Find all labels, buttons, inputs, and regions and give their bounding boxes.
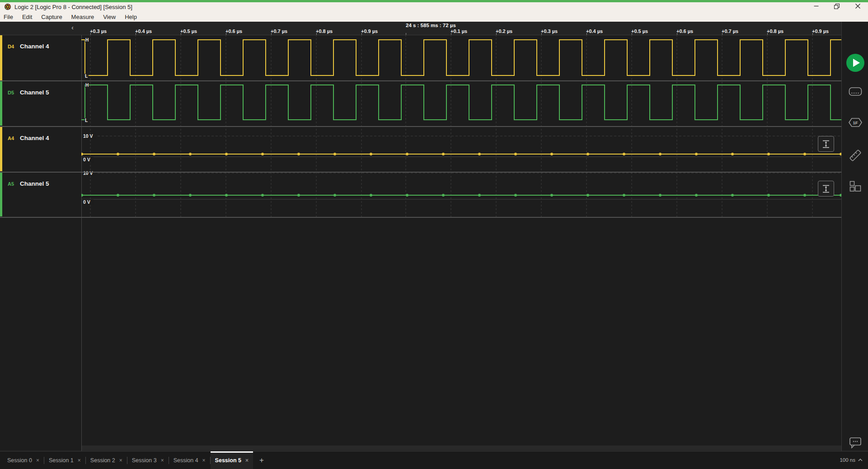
- sample-point: [695, 153, 698, 155]
- close-session-icon[interactable]: ×: [36, 457, 39, 464]
- menu-edit[interactable]: Edit: [18, 12, 37, 22]
- ruler-tick-label: +0.4 µs: [135, 28, 152, 34]
- autoscale-icon: [822, 185, 830, 193]
- titlebar: Logic 2 [Logic Pro 8 - Connected] [Sessi…: [0, 2, 868, 12]
- sample-point: [623, 153, 625, 155]
- menu-help[interactable]: Help: [120, 12, 141, 22]
- sample-point: [478, 194, 481, 197]
- ruler-tick-label: +0.5 µs: [631, 28, 648, 34]
- minimize-button[interactable]: [806, 0, 826, 12]
- session-tab-3[interactable]: Session 3×: [127, 451, 169, 469]
- logic2-window: Logic 2 [Logic Pro 8 - Connected] [Sessi…: [0, 0, 868, 469]
- sample-point: [514, 153, 517, 155]
- analog-autoscale-button[interactable]: [818, 136, 834, 152]
- sample-point: [514, 194, 517, 197]
- restore-button[interactable]: [826, 0, 847, 12]
- add-session-button[interactable]: +: [253, 451, 270, 469]
- svg-text:1F: 1F: [853, 120, 858, 125]
- timing-scale-control[interactable]: 100 ns: [840, 451, 863, 469]
- close-session-icon[interactable]: ×: [119, 457, 122, 464]
- ruler-tick-label: +0.6 µs: [225, 28, 242, 34]
- ruler-tick-label: +0.3 µs: [541, 28, 558, 34]
- analog-autoscale-button[interactable]: [818, 181, 834, 197]
- start-capture-button[interactable]: [843, 53, 868, 72]
- channel-name[interactable]: Channel 4: [20, 43, 49, 50]
- sample-point: [370, 153, 372, 155]
- channel-color-strip: [0, 127, 2, 171]
- channel-name[interactable]: Channel 4: [20, 135, 49, 141]
- session-tab-5[interactable]: Session 5×: [211, 451, 253, 469]
- digital-trace-d4[interactable]: [81, 40, 841, 75]
- sample-point: [225, 194, 228, 197]
- sample-point: [803, 153, 806, 155]
- sample-point: [370, 194, 372, 197]
- device-settings-icon[interactable]: [843, 86, 868, 97]
- close-session-icon[interactable]: ×: [245, 457, 249, 464]
- absolute-time-label: 24 s : 585 ms : 72 µs: [406, 23, 456, 28]
- sample-point: [261, 153, 264, 155]
- right-sidebar: 1F: [843, 22, 868, 451]
- sample-point: [189, 153, 192, 155]
- session-tab-1[interactable]: Session 1×: [44, 451, 85, 469]
- session-tab-label: Session 2: [90, 457, 115, 464]
- digital-trace-d5[interactable]: [81, 85, 841, 120]
- measurements-ruler-icon[interactable]: [843, 149, 868, 162]
- session-tab-0[interactable]: Session 0×: [3, 451, 44, 469]
- level-marker-label: L: [85, 74, 88, 79]
- channel-color-strip: [0, 81, 2, 126]
- sample-point: [586, 194, 589, 197]
- chevron-up-icon: [858, 459, 863, 461]
- autoscale-icon: [822, 140, 830, 148]
- timeline-ruler[interactable]: ‹ 24 s : 585 ms : 72 µs +0.3 µs+0.4 µs+0…: [0, 22, 841, 35]
- close-button[interactable]: [847, 0, 868, 12]
- session-tab-label: Session 4: [174, 457, 198, 464]
- sample-point: [659, 194, 662, 197]
- session-tab-label: Session 0: [7, 457, 32, 464]
- sample-point: [225, 153, 228, 155]
- menu-measure[interactable]: Measure: [67, 12, 99, 22]
- session-tab-4[interactable]: Session 4×: [169, 451, 210, 469]
- menu-file[interactable]: File: [0, 12, 18, 22]
- menu-view[interactable]: View: [99, 12, 120, 22]
- sample-point: [767, 194, 770, 197]
- ruler-tick-label: +0.7 µs: [722, 28, 738, 34]
- menu-capture[interactable]: Capture: [37, 12, 66, 22]
- channel-id-d5: D5: [8, 90, 14, 95]
- row-divider[interactable]: [0, 80, 841, 81]
- session-tabbar: Session 0×Session 1×Session 2×Session 3×…: [0, 451, 868, 469]
- level-marker-label: L: [85, 118, 88, 123]
- channel-name[interactable]: Channel 5: [20, 89, 49, 96]
- close-session-icon[interactable]: ×: [78, 457, 81, 464]
- channel-name[interactable]: Channel 5: [20, 180, 49, 187]
- trigger-settings-icon[interactable]: 1F: [843, 117, 868, 128]
- sample-point: [333, 153, 336, 155]
- session-tab-2[interactable]: Session 2×: [86, 451, 127, 469]
- sample-point: [153, 194, 155, 197]
- close-session-icon[interactable]: ×: [161, 457, 164, 464]
- sample-point: [81, 194, 83, 197]
- sample-point: [731, 194, 734, 197]
- row-divider[interactable]: [0, 126, 841, 127]
- horizontal-scrollbar[interactable]: [82, 446, 841, 450]
- session-tab-label: Session 3: [132, 457, 157, 464]
- sample-point: [442, 194, 445, 197]
- collapse-panel-icon[interactable]: ‹: [71, 23, 74, 31]
- voltage-axis-label: 0 V: [83, 157, 90, 162]
- ruler-tick-label: +0.9 µs: [812, 28, 829, 34]
- row-divider[interactable]: [0, 217, 841, 218]
- sample-point: [406, 194, 408, 197]
- sample-point: [659, 153, 662, 155]
- level-marker-label: H: [85, 38, 89, 42]
- extensions-layout-icon[interactable]: [843, 181, 868, 192]
- close-session-icon[interactable]: ×: [202, 457, 206, 464]
- sample-point: [261, 194, 264, 197]
- row-divider[interactable]: [0, 172, 841, 173]
- sample-point: [695, 194, 698, 197]
- sidebar-divider: [841, 22, 842, 451]
- sample-point: [153, 153, 155, 155]
- sample-point: [550, 194, 553, 197]
- voltage-axis-label: 10 V: [83, 170, 93, 176]
- sample-point: [189, 194, 192, 197]
- feedback-chat-icon[interactable]: [843, 437, 868, 449]
- ruler-tick-label: +0.4 µs: [586, 28, 603, 34]
